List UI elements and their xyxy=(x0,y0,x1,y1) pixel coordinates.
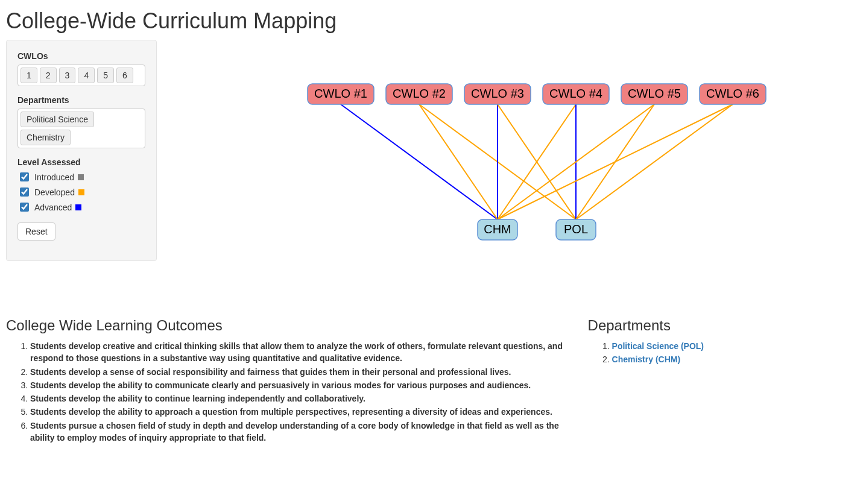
graph-edge xyxy=(341,104,498,219)
level-label-developed: Developed xyxy=(34,187,75,197)
cwlo-toggle-5[interactable]: 5 xyxy=(97,68,114,83)
svg-text:POL: POL xyxy=(564,222,588,236)
departments-button-group: Political ScienceChemistry xyxy=(17,109,145,148)
level-label-introduced: Introduced xyxy=(34,172,74,182)
outcome-item: Students pursue a chosen field of study … xyxy=(30,420,570,444)
departments-list: Political Science (POL)Chemistry (CHM) xyxy=(588,340,844,366)
cwlo-toggle-4[interactable]: 4 xyxy=(78,68,95,83)
graph-node-cwlo3[interactable]: CWLO #3 xyxy=(464,84,531,104)
dept-toggle-chemistry[interactable]: Chemistry xyxy=(21,130,71,145)
dept-toggle-political-science[interactable]: Political Science xyxy=(21,112,94,127)
departments-heading: Departments xyxy=(588,317,844,334)
cwlo-toggle-6[interactable]: 6 xyxy=(116,68,133,83)
graph-node-cwlo5[interactable]: CWLO #5 xyxy=(621,84,687,104)
level-swatch-developed xyxy=(78,189,84,195)
outcome-item: Students develop the ability to communic… xyxy=(30,379,570,391)
level-checkbox-introduced[interactable] xyxy=(20,172,29,181)
graph-node-cwlo1[interactable]: CWLO #1 xyxy=(308,84,374,104)
graph-node-cwlo2[interactable]: CWLO #2 xyxy=(386,84,452,104)
outcomes-list: Students develop creative and critical t… xyxy=(6,340,570,444)
department-item: Chemistry (CHM) xyxy=(612,353,844,365)
level-row-advanced: Advanced xyxy=(17,201,145,213)
svg-text:CHM: CHM xyxy=(484,222,511,236)
svg-text:CWLO #5: CWLO #5 xyxy=(628,87,681,100)
graph-edge xyxy=(419,104,498,219)
page-title: College-Wide Curriculum Mapping xyxy=(6,8,860,34)
level-checkbox-advanced[interactable] xyxy=(20,203,29,212)
svg-text:CWLO #1: CWLO #1 xyxy=(314,87,367,100)
department-link[interactable]: Chemistry (CHM) xyxy=(612,354,681,364)
departments-label: Departments xyxy=(17,95,145,105)
department-link[interactable]: Political Science (POL) xyxy=(612,341,704,351)
level-row-introduced: Introduced xyxy=(17,171,145,183)
level-swatch-advanced xyxy=(75,204,81,210)
graph-edge xyxy=(498,104,733,219)
cwlos-label: CWLOs xyxy=(17,51,145,61)
level-label-advanced: Advanced xyxy=(34,203,72,212)
level-swatch-introduced xyxy=(78,174,84,180)
graph-node-cwlo6[interactable]: CWLO #6 xyxy=(700,84,766,104)
svg-text:CWLO #3: CWLO #3 xyxy=(471,87,524,100)
sidebar: CWLOs 123456 Departments Political Scien… xyxy=(6,40,157,261)
network-graph[interactable]: CWLO #1CWLO #2CWLO #3CWLO #4CWLO #5CWLO … xyxy=(169,40,832,293)
department-item: Political Science (POL) xyxy=(612,340,844,352)
outcomes-heading: College Wide Learning Outcomes xyxy=(6,317,570,334)
outcome-item: Students develop a sense of social respo… xyxy=(30,366,570,378)
outcome-item: Students develop creative and critical t… xyxy=(30,340,570,365)
graph-node-pol[interactable]: POL xyxy=(556,219,596,240)
cwlo-toggle-3[interactable]: 3 xyxy=(59,68,76,83)
outcome-item: Students develop the ability to continue… xyxy=(30,392,570,405)
graph-node-chm[interactable]: CHM xyxy=(478,219,517,240)
outcome-item: Students develop the ability to approach… xyxy=(30,406,570,418)
cwlo-toggle-2[interactable]: 2 xyxy=(40,68,57,83)
level-checkboxes: IntroducedDevelopedAdvanced xyxy=(17,171,145,213)
cwlo-button-group: 123456 xyxy=(17,65,145,86)
graph-area: CWLO #1CWLO #2CWLO #3CWLO #4CWLO #5CWLO … xyxy=(169,40,860,293)
level-label: Level Assessed xyxy=(17,157,145,167)
level-checkbox-developed[interactable] xyxy=(20,187,29,197)
svg-text:CWLO #6: CWLO #6 xyxy=(706,87,759,100)
svg-text:CWLO #4: CWLO #4 xyxy=(549,87,602,100)
graph-node-cwlo4[interactable]: CWLO #4 xyxy=(543,84,609,104)
graph-edge xyxy=(576,104,733,219)
level-row-developed: Developed xyxy=(17,186,145,198)
cwlo-toggle-1[interactable]: 1 xyxy=(21,68,37,83)
reset-button[interactable]: Reset xyxy=(17,222,55,241)
svg-text:CWLO #2: CWLO #2 xyxy=(393,87,446,100)
